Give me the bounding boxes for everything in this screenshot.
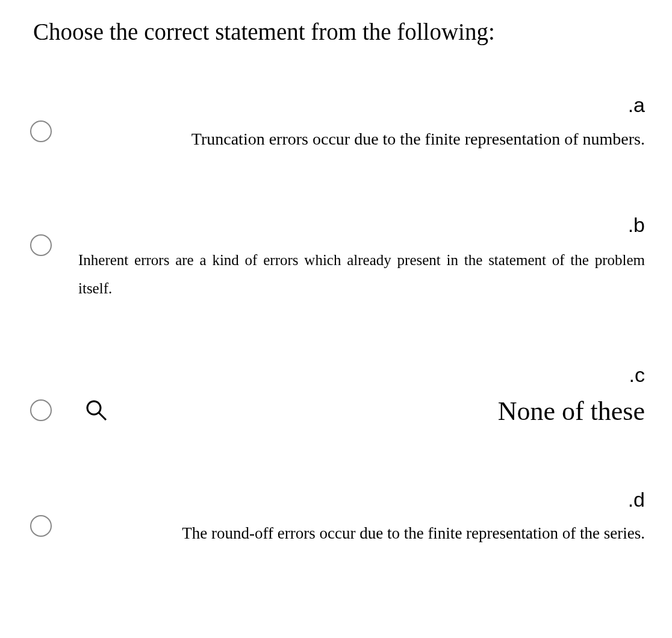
option-b: .b Inherent errors are a kind of errors … xyxy=(24,213,648,303)
option-letter-d: .d xyxy=(78,488,645,511)
option-text-a: Truncation errors occur due to the finit… xyxy=(78,126,645,153)
svg-point-0 xyxy=(87,401,101,414)
option-letter-c: .c xyxy=(78,363,645,387)
option-letter-a: .a xyxy=(78,93,645,117)
option-letter-b: .b xyxy=(78,213,645,237)
option-text-b: Inherent errors are a kind of errors whi… xyxy=(78,246,645,303)
radio-button-c[interactable] xyxy=(30,399,52,421)
radio-button-d[interactable] xyxy=(30,515,52,537)
svg-line-1 xyxy=(99,413,106,420)
option-c: .c None of these xyxy=(24,363,648,428)
radio-button-b[interactable] xyxy=(30,234,52,256)
option-a: .a Truncation errors occur due to the fi… xyxy=(24,93,648,153)
option-text-d: The round-off errors occur due to the fi… xyxy=(78,521,645,546)
option-d: .d The round-off errors occur due to the… xyxy=(24,488,648,546)
option-text-c: None of these xyxy=(498,396,645,428)
radio-button-a[interactable] xyxy=(30,120,52,142)
search-icon[interactable] xyxy=(78,398,108,425)
question-prompt: Choose the correct statement from the fo… xyxy=(33,18,648,45)
